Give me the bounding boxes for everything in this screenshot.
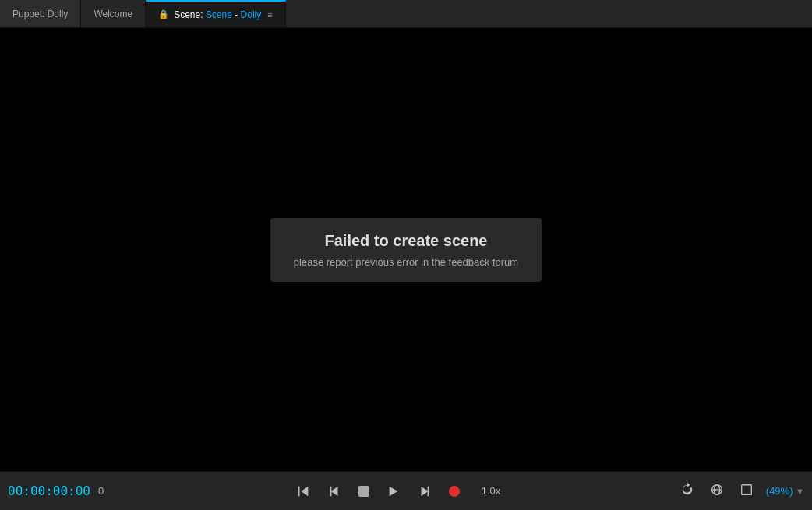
refresh-button[interactable] [677,480,697,503]
bottom-toolbar: 00:00:00:00 12 fps 0 [0,471,812,510]
transport-controls: 1.0x [116,481,677,501]
tab-menu-icon[interactable]: ≡ [267,10,272,19]
error-subtitle: please report previous error in the feed… [294,256,518,268]
tab-bar: Puppet: Dolly Welcome 🔒 Scene: Scene - D… [0,0,812,28]
globe-icon [710,483,724,497]
stop-icon [358,486,369,497]
frame-forward-icon [418,484,432,498]
crop-button[interactable] [736,480,757,503]
frame-back-button[interactable] [324,481,344,501]
speed-display: 1.0x [482,485,501,497]
tab-scene-dolly[interactable]: 🔒 Scene: Scene - Dolly ≡ [146,0,286,27]
welcome-label: Welcome [94,9,132,19]
zoom-display[interactable]: (49%) ▼ [766,485,804,497]
timecode-display: 00:00:00:00 [8,484,94,498]
play-button[interactable] [383,481,404,501]
tab-welcome[interactable]: Welcome [81,0,146,27]
svg-marker-2 [330,486,337,496]
tab-puppet-dolly[interactable]: Puppet: Dolly [0,0,81,27]
skip-back-icon [296,484,310,498]
play-icon [387,484,401,498]
frame-count: 0 [98,485,104,497]
svg-marker-1 [301,486,308,496]
skip-to-start-button[interactable] [293,481,313,501]
globe-button[interactable] [707,480,727,503]
frame-back-icon [327,484,341,498]
crop-icon [740,483,754,497]
scene-tab-label: Scene: Scene - Dolly [174,9,261,20]
svg-rect-0 [298,486,299,496]
svg-marker-4 [389,486,397,496]
puppet-dolly-label: Puppet: Dolly [12,9,68,19]
lock-icon: 🔒 [158,9,169,19]
right-controls: (49%) ▼ [677,480,804,503]
timecode-container: 00:00:00:00 12 fps [8,484,94,498]
frame-forward-button[interactable] [415,481,435,501]
refresh-icon [680,483,694,497]
svg-marker-5 [421,486,428,496]
zoom-dropdown-icon: ▼ [796,487,804,496]
scene-viewport: Failed to create scene please report pre… [0,28,812,471]
svg-rect-10 [741,484,751,494]
error-title: Failed to create scene [294,232,518,250]
record-icon [449,486,460,497]
record-button[interactable] [446,483,463,500]
svg-rect-3 [330,486,331,496]
error-box: Failed to create scene please report pre… [270,218,542,282]
stop-button[interactable] [355,483,372,500]
svg-rect-6 [427,486,429,496]
